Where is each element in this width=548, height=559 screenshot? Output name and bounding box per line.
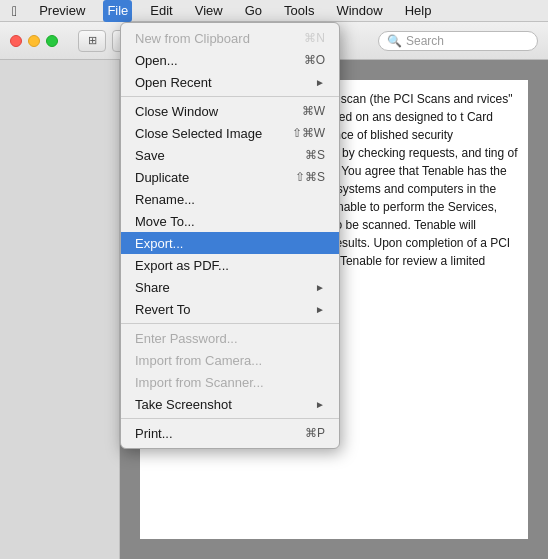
menu-item-revert-to[interactable]: Revert To ► <box>121 298 339 320</box>
menu-item-label: Export as PDF... <box>135 258 229 273</box>
menu-item-save[interactable]: Save ⌘S <box>121 144 339 166</box>
menu-item-import-from-camera[interactable]: Import from Camera... <box>121 349 339 371</box>
menu-file[interactable]: File <box>103 0 132 22</box>
menu-preview[interactable]: Preview <box>35 0 89 22</box>
menu-item-duplicate[interactable]: Duplicate ⇧⌘S <box>121 166 339 188</box>
menu-shortcut: ⌘W <box>302 104 325 118</box>
menu-item-export[interactable]: Export... <box>121 232 339 254</box>
menu-go[interactable]: Go <box>241 0 266 22</box>
menu-item-label: Close Selected Image <box>135 126 262 141</box>
menu-item-label: Move To... <box>135 214 195 229</box>
menu-item-label: Import from Camera... <box>135 353 262 368</box>
sidebar-toggle-button[interactable]: ⊞ <box>78 30 106 52</box>
submenu-arrow-icon: ► <box>315 399 325 410</box>
menu-item-label: Enter Password... <box>135 331 238 346</box>
menu-item-close-selected-image[interactable]: Close Selected Image ⇧⌘W <box>121 122 339 144</box>
menu-item-label: Revert To <box>135 302 190 317</box>
menu-view[interactable]: View <box>191 0 227 22</box>
close-button[interactable] <box>10 35 22 47</box>
menu-item-take-screenshot[interactable]: Take Screenshot ► <box>121 393 339 415</box>
menu-shortcut: ⌘O <box>304 53 325 67</box>
menu-item-label: Rename... <box>135 192 195 207</box>
submenu-arrow-icon: ► <box>315 282 325 293</box>
menu-item-import-from-scanner[interactable]: Import from Scanner... <box>121 371 339 393</box>
menu-item-export-as-pdf[interactable]: Export as PDF... <box>121 254 339 276</box>
menu-bar:  Preview File Edit View Go Tools Window… <box>0 0 548 22</box>
menu-item-label: Export... <box>135 236 183 251</box>
menu-item-close-window[interactable]: Close Window ⌘W <box>121 100 339 122</box>
submenu-arrow-icon: ► <box>315 304 325 315</box>
menu-item-rename[interactable]: Rename... <box>121 188 339 210</box>
menu-item-share[interactable]: Share ► <box>121 276 339 298</box>
search-placeholder: Search <box>406 34 444 48</box>
menu-item-label: Open... <box>135 53 178 68</box>
menu-item-print[interactable]: Print... ⌘P <box>121 422 339 444</box>
menu-shortcut: ⇧⌘S <box>295 170 325 184</box>
menu-shortcut: ⌘N <box>304 31 325 45</box>
menu-item-label: Open Recent <box>135 75 212 90</box>
menu-item-label: Print... <box>135 426 173 441</box>
menu-item-label: Import from Scanner... <box>135 375 264 390</box>
menu-item-open[interactable]: Open... ⌘O <box>121 49 339 71</box>
sidebar <box>0 60 120 559</box>
file-dropdown-menu: New from Clipboard ⌘N Open... ⌘O Open Re… <box>120 22 340 449</box>
search-bar[interactable]: 🔍 Search <box>378 31 538 51</box>
submenu-arrow-icon: ► <box>315 77 325 88</box>
menu-item-new-from-clipboard[interactable]: New from Clipboard ⌘N <box>121 27 339 49</box>
minimize-button[interactable] <box>28 35 40 47</box>
traffic-lights <box>10 35 58 47</box>
menu-window[interactable]: Window <box>332 0 386 22</box>
menu-edit[interactable]: Edit <box>146 0 176 22</box>
apple-menu[interactable]:  <box>8 0 21 22</box>
menu-item-label: Take Screenshot <box>135 397 232 412</box>
menu-shortcut: ⌘S <box>305 148 325 162</box>
menu-item-label: Save <box>135 148 165 163</box>
menu-item-label: Share <box>135 280 170 295</box>
separator <box>121 323 339 324</box>
menu-item-enter-password[interactable]: Enter Password... <box>121 327 339 349</box>
menu-item-label: Close Window <box>135 104 218 119</box>
separator <box>121 96 339 97</box>
menu-shortcut: ⇧⌘W <box>292 126 325 140</box>
menu-help[interactable]: Help <box>401 0 436 22</box>
menu-item-move-to[interactable]: Move To... <box>121 210 339 232</box>
menu-shortcut: ⌘P <box>305 426 325 440</box>
separator <box>121 418 339 419</box>
maximize-button[interactable] <box>46 35 58 47</box>
menu-tools[interactable]: Tools <box>280 0 318 22</box>
menu-item-label: Duplicate <box>135 170 189 185</box>
menu-item-label: New from Clipboard <box>135 31 250 46</box>
search-icon: 🔍 <box>387 34 402 48</box>
menu-item-open-recent[interactable]: Open Recent ► <box>121 71 339 93</box>
